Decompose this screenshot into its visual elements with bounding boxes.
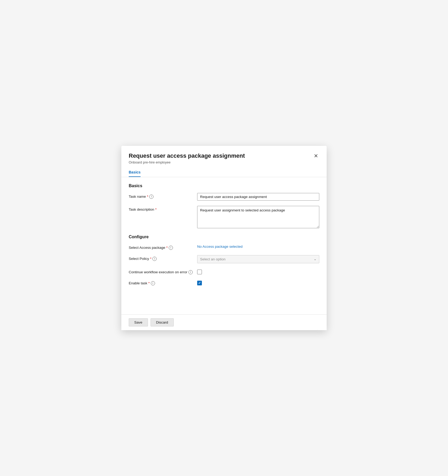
task-name-input[interactable] xyxy=(197,193,319,201)
select-policy-row: Select Policy * i Select an option ⌄ xyxy=(129,255,319,263)
configure-section: Configure Select Access package * i No A… xyxy=(129,235,319,285)
enable-task-label: Enable task * i xyxy=(129,280,197,285)
modal-subtitle: Onboard pre-hire employee xyxy=(129,160,245,164)
no-access-package-link[interactable]: No Access package selected xyxy=(197,245,243,249)
enable-task-info-icon[interactable]: i xyxy=(151,281,155,285)
enable-task-control: ✓ xyxy=(197,280,319,285)
task-description-required: * xyxy=(155,207,157,211)
modal-header: Request user access package assignment O… xyxy=(121,146,327,167)
task-name-info-icon[interactable]: i xyxy=(149,195,153,199)
save-button[interactable]: Save xyxy=(129,318,148,326)
continue-workflow-label: Continue workflow execution on error i xyxy=(129,269,197,274)
modal-title: Request user access package assignment xyxy=(129,152,245,160)
continue-workflow-control xyxy=(197,269,319,274)
task-description-label: Task description * xyxy=(129,206,197,211)
continue-workflow-row: Continue workflow execution on error i xyxy=(129,269,319,274)
access-package-required: * xyxy=(166,246,168,250)
task-description-row: Task description * Request user assignme… xyxy=(129,206,319,229)
chevron-down-icon: ⌄ xyxy=(314,257,316,261)
checkmark-icon: ✓ xyxy=(198,281,201,285)
policy-placeholder: Select an option xyxy=(200,257,226,261)
task-name-control xyxy=(197,193,319,201)
modal-container: Request user access package assignment O… xyxy=(121,146,327,330)
access-package-info-icon[interactable]: i xyxy=(169,246,173,250)
policy-info-icon[interactable]: i xyxy=(152,257,157,261)
continue-workflow-checkbox[interactable] xyxy=(197,270,202,274)
select-policy-label: Select Policy * i xyxy=(129,255,197,261)
basics-section-title: Basics xyxy=(129,184,319,188)
task-description-control: Request user assignment to selected acce… xyxy=(197,206,319,229)
task-description-input[interactable]: Request user assignment to selected acce… xyxy=(197,206,319,228)
modal-title-group: Request user access package assignment O… xyxy=(129,152,245,164)
task-name-label: Task name * i xyxy=(129,193,197,199)
close-button[interactable]: ✕ xyxy=(313,153,319,159)
modal-footer: Save Discard xyxy=(121,314,327,330)
enable-task-required: * xyxy=(148,281,150,285)
select-access-package-label: Select Access package * i xyxy=(129,244,197,250)
enable-task-row: Enable task * i ✓ xyxy=(129,280,319,285)
continue-workflow-checkbox-wrapper xyxy=(197,269,319,274)
task-name-required: * xyxy=(147,195,148,199)
discard-button[interactable]: Discard xyxy=(151,318,174,326)
continue-workflow-info-icon[interactable]: i xyxy=(188,270,193,274)
policy-select-dropdown[interactable]: Select an option ⌄ xyxy=(197,255,319,263)
policy-control: Select an option ⌄ xyxy=(197,255,319,263)
task-name-row: Task name * i xyxy=(129,193,319,201)
select-access-package-row: Select Access package * i No Access pack… xyxy=(129,244,319,250)
access-package-control: No Access package selected xyxy=(197,244,319,249)
tabs-bar: Basics xyxy=(121,167,327,177)
basics-section: Basics Task name * i Task description * xyxy=(129,184,319,229)
tab-basics[interactable]: Basics xyxy=(129,167,141,177)
modal-body: Basics Task name * i Task description * xyxy=(121,177,327,314)
enable-task-checkbox-wrapper: ✓ xyxy=(197,280,319,285)
close-icon: ✕ xyxy=(314,153,318,159)
configure-section-title: Configure xyxy=(129,235,319,239)
enable-task-checkbox[interactable]: ✓ xyxy=(197,281,202,285)
policy-required: * xyxy=(150,257,151,261)
